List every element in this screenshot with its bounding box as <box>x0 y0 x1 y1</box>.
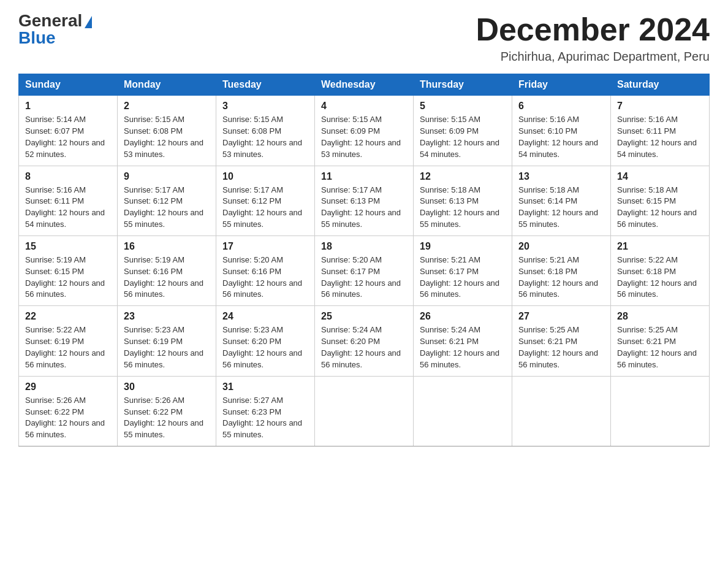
day-info: Sunrise: 5:23 AM Sunset: 6:19 PM Dayligh… <box>124 324 210 370</box>
day-info: Sunrise: 5:20 AM Sunset: 6:17 PM Dayligh… <box>321 255 407 301</box>
day-number: 2 <box>124 101 210 112</box>
calendar-cell: 4 Sunrise: 5:15 AM Sunset: 6:09 PM Dayli… <box>315 96 414 166</box>
day-number: 9 <box>124 171 210 182</box>
logo-blue-text: Blue <box>18 29 56 47</box>
day-number: 11 <box>321 171 407 182</box>
day-number: 13 <box>518 171 604 182</box>
day-info: Sunrise: 5:16 AM Sunset: 6:11 PM Dayligh… <box>617 114 703 160</box>
day-number: 16 <box>124 241 210 252</box>
week-row-1: 1 Sunrise: 5:14 AM Sunset: 6:07 PM Dayli… <box>19 96 710 166</box>
day-number: 23 <box>124 311 210 322</box>
day-number: 20 <box>518 241 604 252</box>
day-info: Sunrise: 5:19 AM Sunset: 6:15 PM Dayligh… <box>25 255 111 301</box>
calendar-cell: 17 Sunrise: 5:20 AM Sunset: 6:16 PM Dayl… <box>216 236 315 305</box>
day-number: 3 <box>222 101 308 112</box>
day-info: Sunrise: 5:22 AM Sunset: 6:19 PM Dayligh… <box>25 324 111 370</box>
day-info: Sunrise: 5:21 AM Sunset: 6:17 PM Dayligh… <box>420 255 506 301</box>
day-info: Sunrise: 5:15 AM Sunset: 6:09 PM Dayligh… <box>321 114 407 160</box>
calendar-cell: 25 Sunrise: 5:24 AM Sunset: 6:20 PM Dayl… <box>315 306 414 376</box>
day-number: 4 <box>321 101 407 112</box>
day-info: Sunrise: 5:15 AM Sunset: 6:09 PM Dayligh… <box>420 114 506 160</box>
day-number: 8 <box>25 171 111 182</box>
calendar-cell: 27 Sunrise: 5:25 AM Sunset: 6:21 PM Dayl… <box>512 306 611 376</box>
logo: General Blue <box>18 12 92 47</box>
day-info: Sunrise: 5:17 AM Sunset: 6:12 PM Dayligh… <box>124 185 210 231</box>
day-info: Sunrise: 5:15 AM Sunset: 6:08 PM Dayligh… <box>222 114 308 160</box>
day-info: Sunrise: 5:20 AM Sunset: 6:16 PM Dayligh… <box>222 255 308 301</box>
weekday-header-friday: Friday <box>512 74 611 96</box>
day-number: 18 <box>321 241 407 252</box>
day-info: Sunrise: 5:14 AM Sunset: 6:07 PM Dayligh… <box>25 114 111 160</box>
calendar-cell: 28 Sunrise: 5:25 AM Sunset: 6:21 PM Dayl… <box>611 306 710 376</box>
calendar-cell: 30 Sunrise: 5:26 AM Sunset: 6:22 PM Dayl… <box>118 376 216 446</box>
calendar-cell: 26 Sunrise: 5:24 AM Sunset: 6:21 PM Dayl… <box>414 306 512 376</box>
week-row-4: 22 Sunrise: 5:22 AM Sunset: 6:19 PM Dayl… <box>19 306 710 376</box>
week-row-3: 15 Sunrise: 5:19 AM Sunset: 6:15 PM Dayl… <box>19 236 710 305</box>
calendar-cell: 2 Sunrise: 5:15 AM Sunset: 6:08 PM Dayli… <box>118 96 216 166</box>
day-number: 15 <box>25 241 111 252</box>
weekday-header-tuesday: Tuesday <box>216 74 315 96</box>
weekday-header-wednesday: Wednesday <box>315 74 414 96</box>
day-info: Sunrise: 5:23 AM Sunset: 6:20 PM Dayligh… <box>222 324 308 370</box>
day-info: Sunrise: 5:17 AM Sunset: 6:13 PM Dayligh… <box>321 185 407 231</box>
calendar-cell: 20 Sunrise: 5:21 AM Sunset: 6:18 PM Dayl… <box>512 236 611 305</box>
day-number: 24 <box>222 311 308 322</box>
calendar-cell: 23 Sunrise: 5:23 AM Sunset: 6:19 PM Dayl… <box>118 306 216 376</box>
day-info: Sunrise: 5:16 AM Sunset: 6:11 PM Dayligh… <box>25 185 111 231</box>
calendar-cell: 12 Sunrise: 5:18 AM Sunset: 6:13 PM Dayl… <box>414 166 512 236</box>
logo-triangle-icon <box>85 16 92 28</box>
logo-general-text: General <box>18 12 82 29</box>
calendar-cell: 18 Sunrise: 5:20 AM Sunset: 6:17 PM Dayl… <box>315 236 414 305</box>
day-number: 6 <box>518 101 604 112</box>
day-number: 19 <box>420 241 506 252</box>
day-info: Sunrise: 5:18 AM Sunset: 6:14 PM Dayligh… <box>518 185 604 231</box>
day-info: Sunrise: 5:24 AM Sunset: 6:21 PM Dayligh… <box>420 324 506 370</box>
day-info: Sunrise: 5:25 AM Sunset: 6:21 PM Dayligh… <box>617 324 703 370</box>
calendar-cell: 24 Sunrise: 5:23 AM Sunset: 6:20 PM Dayl… <box>216 306 315 376</box>
calendar-cell <box>512 376 611 446</box>
day-info: Sunrise: 5:22 AM Sunset: 6:18 PM Dayligh… <box>617 255 703 301</box>
location-title: Pichirhua, Apurimac Department, Peru <box>476 50 710 64</box>
day-number: 28 <box>617 311 703 322</box>
weekday-header-thursday: Thursday <box>414 74 512 96</box>
calendar-cell: 7 Sunrise: 5:16 AM Sunset: 6:11 PM Dayli… <box>611 96 710 166</box>
calendar-cell: 11 Sunrise: 5:17 AM Sunset: 6:13 PM Dayl… <box>315 166 414 236</box>
day-info: Sunrise: 5:18 AM Sunset: 6:13 PM Dayligh… <box>420 185 506 231</box>
day-number: 25 <box>321 311 407 322</box>
calendar-cell: 19 Sunrise: 5:21 AM Sunset: 6:17 PM Dayl… <box>414 236 512 305</box>
calendar-cell: 14 Sunrise: 5:18 AM Sunset: 6:15 PM Dayl… <box>611 166 710 236</box>
day-info: Sunrise: 5:15 AM Sunset: 6:08 PM Dayligh… <box>124 114 210 160</box>
day-info: Sunrise: 5:27 AM Sunset: 6:23 PM Dayligh… <box>222 395 308 441</box>
day-number: 7 <box>617 101 703 112</box>
day-number: 12 <box>420 171 506 182</box>
week-row-2: 8 Sunrise: 5:16 AM Sunset: 6:11 PM Dayli… <box>19 166 710 236</box>
day-info: Sunrise: 5:26 AM Sunset: 6:22 PM Dayligh… <box>124 395 210 441</box>
day-info: Sunrise: 5:18 AM Sunset: 6:15 PM Dayligh… <box>617 185 703 231</box>
day-number: 14 <box>617 171 703 182</box>
calendar-cell: 3 Sunrise: 5:15 AM Sunset: 6:08 PM Dayli… <box>216 96 315 166</box>
calendar-cell: 21 Sunrise: 5:22 AM Sunset: 6:18 PM Dayl… <box>611 236 710 305</box>
calendar-cell <box>414 376 512 446</box>
calendar-cell: 22 Sunrise: 5:22 AM Sunset: 6:19 PM Dayl… <box>19 306 118 376</box>
day-info: Sunrise: 5:24 AM Sunset: 6:20 PM Dayligh… <box>321 324 407 370</box>
calendar-cell: 16 Sunrise: 5:19 AM Sunset: 6:16 PM Dayl… <box>118 236 216 305</box>
day-info: Sunrise: 5:17 AM Sunset: 6:12 PM Dayligh… <box>222 185 308 231</box>
calendar-cell: 6 Sunrise: 5:16 AM Sunset: 6:10 PM Dayli… <box>512 96 611 166</box>
day-number: 1 <box>25 101 111 112</box>
day-number: 5 <box>420 101 506 112</box>
day-info: Sunrise: 5:25 AM Sunset: 6:21 PM Dayligh… <box>518 324 604 370</box>
day-number: 27 <box>518 311 604 322</box>
calendar-cell: 5 Sunrise: 5:15 AM Sunset: 6:09 PM Dayli… <box>414 96 512 166</box>
calendar-cell: 10 Sunrise: 5:17 AM Sunset: 6:12 PM Dayl… <box>216 166 315 236</box>
calendar-cell: 29 Sunrise: 5:26 AM Sunset: 6:22 PM Dayl… <box>19 376 118 446</box>
day-number: 21 <box>617 241 703 252</box>
calendar-cell: 9 Sunrise: 5:17 AM Sunset: 6:12 PM Dayli… <box>118 166 216 236</box>
day-info: Sunrise: 5:16 AM Sunset: 6:10 PM Dayligh… <box>518 114 604 160</box>
weekday-header-row: SundayMondayTuesdayWednesdayThursdayFrid… <box>19 74 710 96</box>
day-info: Sunrise: 5:26 AM Sunset: 6:22 PM Dayligh… <box>25 395 111 441</box>
week-row-5: 29 Sunrise: 5:26 AM Sunset: 6:22 PM Dayl… <box>19 376 710 446</box>
page-header: General Blue December 2024 Pichirhua, Ap… <box>18 12 710 64</box>
calendar-cell: 8 Sunrise: 5:16 AM Sunset: 6:11 PM Dayli… <box>19 166 118 236</box>
weekday-header-sunday: Sunday <box>19 74 118 96</box>
calendar-table: SundayMondayTuesdayWednesdayThursdayFrid… <box>18 74 710 446</box>
